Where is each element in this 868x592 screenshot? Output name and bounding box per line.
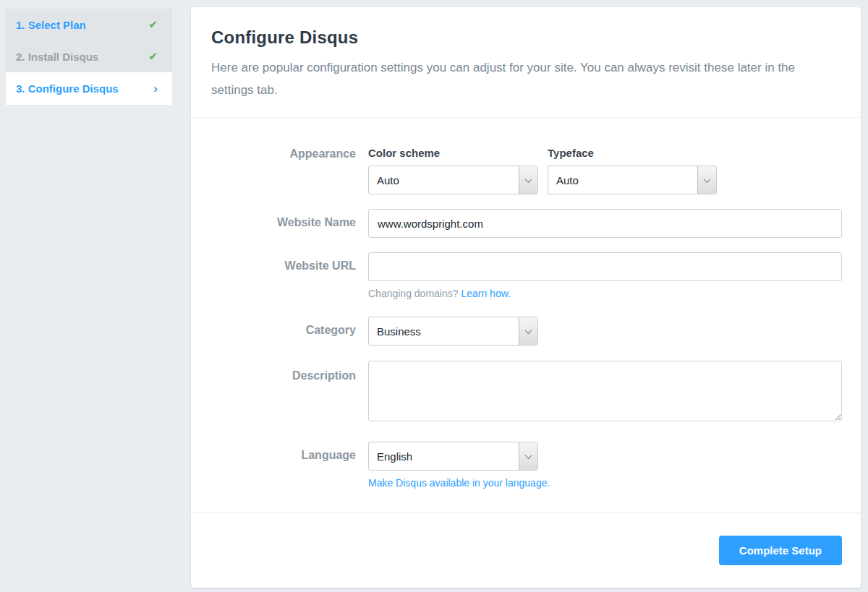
sidebar-item-select-plan[interactable]: 1. Select Plan ✔: [6, 9, 172, 40]
category-selected-value: Business: [369, 325, 519, 338]
check-icon: ✔: [148, 18, 158, 31]
page-subtitle: Here are popular configuration settings …: [211, 56, 841, 101]
website-name-label: Website Name: [191, 209, 368, 238]
chevron-down-icon: [525, 327, 532, 334]
color-scheme-select[interactable]: Auto: [368, 166, 538, 194]
description-row: Description: [191, 361, 861, 424]
website-name-row: Website Name: [191, 209, 861, 238]
hint-text: Changing domains?: [368, 288, 459, 299]
language-label: Language: [191, 442, 368, 489]
category-row: Category Business: [191, 317, 861, 346]
sidebar-item-install-disqus[interactable]: 2. Install Disqus ✔: [6, 40, 172, 72]
typeface-selected-value: Auto: [548, 174, 697, 186]
appearance-row: Appearance Color scheme Auto Typeface Au…: [191, 147, 861, 194]
typeface-group: Typeface Auto: [548, 147, 717, 194]
configure-form: Appearance Color scheme Auto Typeface Au…: [191, 118, 861, 512]
typeface-label: Typeface: [548, 147, 717, 159]
select-arrow: [697, 166, 716, 194]
chevron-down-icon: [525, 452, 532, 459]
select-arrow: [519, 166, 537, 194]
language-selected-value: English: [369, 450, 519, 463]
panel-header: Configure Disqus Here are popular config…: [191, 7, 861, 118]
language-hint: Make Disqus available in your language.: [368, 477, 550, 489]
chevron-down-icon: [525, 176, 532, 183]
chevron-right-icon: ›: [153, 82, 158, 95]
website-name-input[interactable]: [368, 209, 842, 238]
category-select[interactable]: Business: [368, 317, 538, 346]
page-title: Configure Disqus: [211, 27, 841, 48]
website-url-label: Website URL: [191, 252, 368, 299]
setup-steps-sidebar: 1. Select Plan ✔ 2. Install Disqus ✔ 3. …: [6, 9, 172, 105]
step-label: 2. Install Disqus: [16, 51, 98, 63]
category-label: Category: [191, 317, 368, 346]
language-link[interactable]: Make Disqus available in your language.: [368, 477, 550, 489]
website-url-row: Website URL Changing domains? Learn how.: [191, 252, 861, 299]
learn-how-link[interactable]: Learn how.: [461, 288, 511, 299]
sidebar-item-configure-disqus[interactable]: 3. Configure Disqus ›: [6, 72, 172, 105]
language-select[interactable]: English: [368, 442, 538, 471]
appearance-label: Appearance: [191, 147, 368, 194]
description-textarea[interactable]: [368, 361, 842, 421]
color-scheme-label: Color scheme: [368, 147, 538, 159]
step-label: 3. Configure Disqus: [16, 82, 119, 95]
color-scheme-selected-value: Auto: [369, 174, 519, 186]
select-arrow: [519, 442, 537, 470]
website-url-input[interactable]: [368, 252, 842, 281]
color-scheme-group: Color scheme Auto: [368, 147, 538, 194]
step-label: 1. Select Plan: [16, 19, 86, 31]
description-label: Description: [191, 361, 368, 424]
website-url-hint: Changing domains? Learn how.: [368, 288, 842, 299]
language-row: Language English Make Disqus available i…: [191, 442, 861, 489]
panel-footer: Complete Setup: [191, 512, 861, 588]
configure-disqus-panel: Configure Disqus Here are popular config…: [191, 7, 861, 588]
check-icon: ✔: [148, 50, 158, 63]
select-arrow: [519, 317, 537, 345]
chevron-down-icon: [704, 176, 711, 183]
typeface-select[interactable]: Auto: [548, 166, 717, 194]
complete-setup-button[interactable]: Complete Setup: [719, 536, 842, 565]
